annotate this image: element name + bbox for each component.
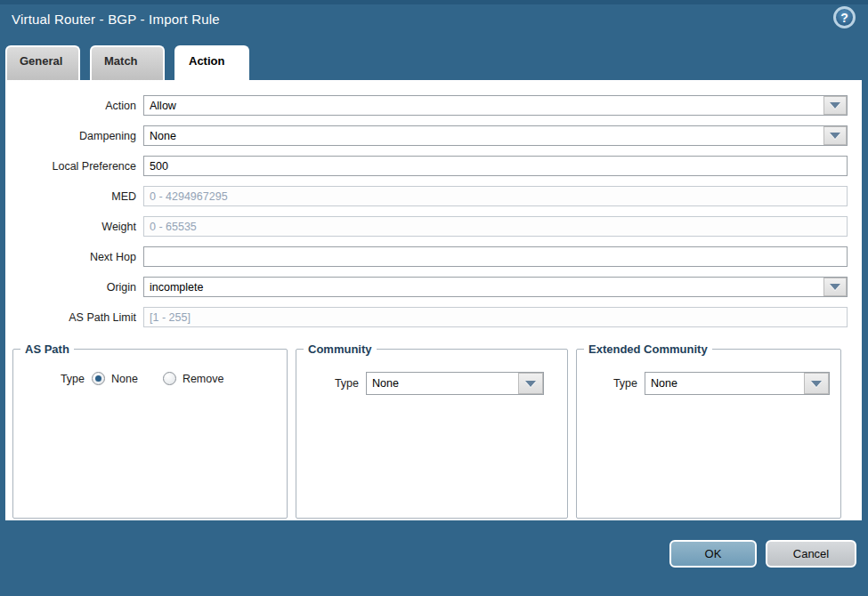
tab-general[interactable]: General <box>5 45 80 80</box>
radio-remove-button[interactable] <box>163 372 176 385</box>
dialog-title: Virtual Router - BGP - Import Rule <box>12 12 220 27</box>
extended-community-type-row: Type <box>577 372 840 395</box>
next-hop-input[interactable] <box>143 246 848 267</box>
dampening-dropdown[interactable] <box>143 125 848 146</box>
med-label: MED <box>5 190 143 203</box>
extended-community-dropdown-button[interactable] <box>804 373 829 394</box>
dampening-label: Dampening <box>5 130 143 142</box>
chevron-down-icon <box>830 102 840 109</box>
as-path-limit-label: AS Path Limit <box>5 311 143 324</box>
tab-match-label: Match <box>104 54 138 68</box>
as-path-section: AS Path Type None Remove <box>12 342 288 519</box>
origin-dropdown[interactable] <box>143 277 848 297</box>
extended-community-type-label: Type <box>577 377 645 390</box>
radio-none-button[interactable] <box>92 372 105 385</box>
tab-general-label: General <box>20 54 62 68</box>
weight-row: Weight <box>5 216 862 237</box>
local-preference-input[interactable] <box>143 156 848 176</box>
chevron-down-icon <box>830 284 840 290</box>
help-icon[interactable]: ? <box>833 6 856 28</box>
dampening-row: Dampening <box>5 125 862 146</box>
weight-field <box>143 216 848 237</box>
weight-label: Weight <box>5 221 143 233</box>
tab-action-label: Action <box>189 54 224 68</box>
origin-row: Origin <box>5 277 862 297</box>
action-select[interactable] <box>143 95 848 116</box>
tab-bar: General Match Action <box>5 45 249 80</box>
community-type-label: Type <box>296 377 366 390</box>
community-section: Community Type <box>296 342 568 519</box>
dampening-dropdown-button[interactable] <box>823 126 847 145</box>
cancel-button[interactable]: Cancel <box>766 540 856 568</box>
med-input[interactable] <box>143 186 848 206</box>
as-path-type-row: Type None Remove <box>13 372 287 385</box>
as-path-limit-field <box>143 307 848 327</box>
action-dropdown[interactable] <box>143 95 848 116</box>
local-preference-field <box>143 156 848 176</box>
origin-label: Origin <box>5 281 143 294</box>
action-dropdown-button[interactable] <box>823 96 847 115</box>
extended-community-section: Extended Community Type <box>576 342 841 519</box>
med-row: MED <box>5 186 862 206</box>
help-glyph: ? <box>840 11 848 25</box>
extended-community-legend: Extended Community <box>584 342 712 356</box>
community-type-dropdown[interactable] <box>366 372 544 395</box>
origin-select[interactable] <box>143 277 848 297</box>
community-legend: Community <box>304 342 377 356</box>
action-tab-panel: Action Dampening Local Preference <box>5 80 862 520</box>
radio-none-label: None <box>111 373 138 385</box>
extended-community-type-select[interactable] <box>645 372 830 395</box>
weight-input[interactable] <box>143 216 848 237</box>
tab-match[interactable]: Match <box>90 45 165 80</box>
as-path-type-radio-group: None Remove <box>92 372 223 385</box>
community-dropdown-button[interactable] <box>518 373 543 394</box>
next-hop-row: Next Hop <box>5 246 862 267</box>
action-label: Action <box>5 100 143 112</box>
action-row: Action <box>5 95 862 116</box>
community-type-select[interactable] <box>366 372 544 395</box>
sections-row: AS Path Type None Remove Community Type <box>12 342 841 519</box>
chevron-down-icon <box>811 381 822 387</box>
as-path-limit-row: AS Path Limit <box>5 307 862 327</box>
tab-action[interactable]: Action <box>174 45 249 80</box>
med-field <box>143 186 848 206</box>
local-preference-row: Local Preference <box>5 156 862 176</box>
form-area: Action Dampening Local Preference <box>5 80 862 327</box>
titlebar-top-strip <box>0 0 868 4</box>
radio-remove-label: Remove <box>183 373 224 385</box>
local-preference-label: Local Preference <box>5 160 143 173</box>
chevron-down-icon <box>525 381 536 387</box>
chevron-down-icon <box>830 133 840 139</box>
as-path-limit-input[interactable] <box>143 307 848 327</box>
ok-button[interactable]: OK <box>669 540 757 568</box>
extended-community-type-dropdown[interactable] <box>645 372 830 395</box>
next-hop-field <box>143 246 848 267</box>
community-type-row: Type <box>296 372 567 395</box>
as-path-type-label: Type <box>13 373 92 385</box>
dampening-select[interactable] <box>143 125 848 146</box>
as-path-legend: AS Path <box>20 342 74 356</box>
next-hop-label: Next Hop <box>5 251 143 263</box>
origin-dropdown-button[interactable] <box>823 278 847 296</box>
